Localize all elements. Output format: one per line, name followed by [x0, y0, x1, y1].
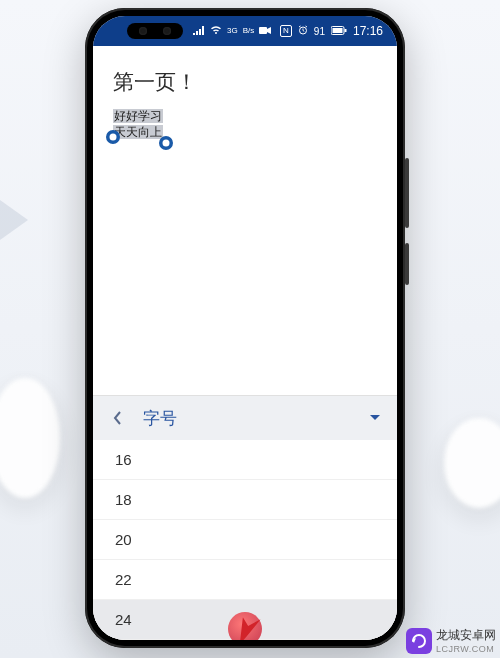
dropdown-button[interactable] [363, 406, 387, 430]
battery-pct: 91 [314, 26, 325, 37]
watermark-url: LCJRW.COM [436, 644, 496, 654]
watermark-brand: 龙城安卓网 [436, 627, 496, 644]
svg-rect-4 [344, 29, 346, 32]
selection-handle-start[interactable] [106, 124, 120, 144]
back-button[interactable] [103, 403, 133, 433]
phone-frame: 3G B/s N 91 17:16 第一页！ [85, 8, 405, 648]
phone-screen: 3G B/s N 91 17:16 第一页！ [93, 16, 397, 640]
signal-icon [193, 25, 205, 37]
font-size-option[interactable]: 18 [93, 480, 397, 520]
svg-rect-0 [259, 27, 267, 34]
font-size-option[interactable]: 20 [93, 520, 397, 560]
page-title: 第一页！ [113, 68, 377, 96]
selection-line-1: 好好学习 [113, 109, 163, 123]
svg-point-6 [163, 140, 170, 147]
wifi-icon [210, 25, 222, 37]
panel-title: 字号 [143, 407, 177, 430]
selected-text[interactable]: 好好学习 天天向上 [113, 108, 163, 140]
power-button [405, 243, 409, 285]
watermark-logo-icon [406, 628, 432, 654]
clock-time: 17:16 [353, 24, 383, 38]
network-type-label: 3G [227, 27, 238, 35]
font-size-option[interactable]: 16 [93, 440, 397, 480]
video-icon [259, 25, 271, 37]
svg-point-5 [110, 134, 117, 141]
font-size-panel: 字号 16 18 20 22 24 [93, 395, 397, 640]
font-size-list: 16 18 20 22 24 [93, 440, 397, 640]
battery-icon [331, 25, 347, 37]
font-size-option[interactable]: 22 [93, 560, 397, 600]
svg-rect-3 [332, 28, 342, 33]
nfc-icon: N [280, 25, 292, 37]
camera-cutout [127, 23, 183, 39]
volume-button [405, 158, 409, 228]
status-bar: 3G B/s N 91 17:16 [93, 16, 397, 46]
watermark: 龙城安卓网 LCJRW.COM [406, 627, 496, 654]
speed-label: B/s [243, 27, 255, 35]
document-editor[interactable]: 第一页！ 好好学习 天天向上 [93, 46, 397, 395]
alarm-icon [298, 25, 308, 37]
selection-handle-end[interactable] [159, 130, 173, 150]
selection-line-2: 天天向上 [113, 125, 163, 139]
panel-header: 字号 [93, 396, 397, 440]
